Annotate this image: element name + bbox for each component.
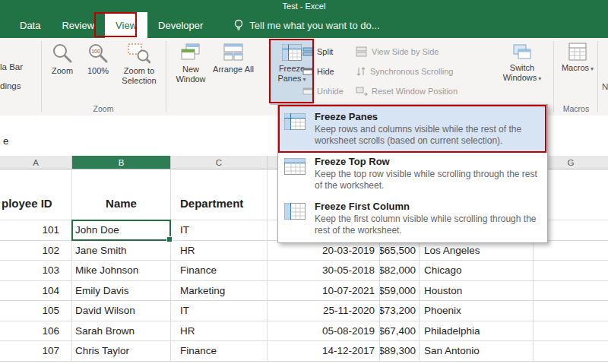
menu-item-text: Freeze First Column Keep the first colum… xyxy=(315,201,541,236)
cell[interactable] xyxy=(534,301,608,321)
side-by-side-icon xyxy=(356,46,368,57)
cell-id[interactable]: 106 xyxy=(0,321,72,342)
column-header-c[interactable]: C xyxy=(171,156,268,169)
lightbulb-icon xyxy=(233,19,244,31)
cell-dept[interactable]: Finance xyxy=(171,261,268,281)
cell-salary[interactable]: $59,000 xyxy=(380,281,420,302)
cell-dept[interactable]: HR xyxy=(171,321,268,342)
cell-salary[interactable]: $89,300 xyxy=(380,341,420,362)
group-separator xyxy=(41,41,42,112)
cell-date[interactable]: 05-08-2019 xyxy=(268,321,380,342)
cell-city[interactable]: Philadelphia xyxy=(420,321,534,342)
column-header-a[interactable]: A xyxy=(0,156,72,169)
cell-city[interactable]: Phoenix xyxy=(420,301,534,321)
cell-id[interactable]: 101 xyxy=(0,220,72,241)
cell-id[interactable]: 107 xyxy=(0,341,72,362)
cell-name[interactable]: David Wilson xyxy=(72,301,171,321)
cell-id[interactable]: 103 xyxy=(0,261,72,281)
cell[interactable] xyxy=(534,281,608,302)
cell-name[interactable]: Sarah Brown xyxy=(72,321,171,342)
freeze-first-column-menu-icon xyxy=(284,201,307,220)
cell-id[interactable]: 105 xyxy=(0,301,72,321)
switch-windows-icon xyxy=(511,42,534,62)
cell-name[interactable]: Mike Johnson xyxy=(72,261,171,281)
zoom-100-button[interactable]: 100 100% xyxy=(81,40,116,105)
hide-label: Hide xyxy=(317,67,334,76)
menu-item-freeze-first-column[interactable]: Freeze First Column Keep the first colum… xyxy=(278,196,547,241)
zoom-button[interactable]: Zoom xyxy=(44,40,81,105)
cell[interactable] xyxy=(534,321,608,342)
cell-employee-id-header[interactable]: ployee ID xyxy=(0,169,72,220)
freeze-panes-label: Freeze Panes xyxy=(277,64,305,83)
new-window-label: New Window xyxy=(170,65,211,84)
cell-city[interactable]: Los Angeles xyxy=(420,241,534,261)
cell-id[interactable]: 104 xyxy=(0,281,72,302)
cell-name[interactable]: Emily Davis xyxy=(72,281,171,302)
cell-date[interactable]: 20-03-2019 xyxy=(268,241,380,261)
tab-review[interactable]: Review xyxy=(51,12,105,38)
cell-salary[interactable]: $82,000 xyxy=(380,261,420,281)
reset-window-position-icon xyxy=(356,86,368,97)
switch-windows-button[interactable]: Switch Windows▾ xyxy=(500,40,544,105)
cell[interactable] xyxy=(534,241,608,261)
zoom-selection-icon xyxy=(128,42,150,65)
menu-item-description: Keep rows and columns visible while the … xyxy=(315,124,541,147)
menu-item-description: Keep the top row visible while scrolling… xyxy=(315,169,541,191)
group-separator xyxy=(166,41,166,112)
view-side-by-side-button[interactable]: View Side by Side xyxy=(356,43,439,60)
tab-view[interactable]: View xyxy=(105,12,147,38)
zoom-to-selection-button[interactable]: Zoom to Selection xyxy=(116,40,163,105)
menu-item-freeze-panes[interactable]: Freeze Panes Keep rows and columns visib… xyxy=(278,106,547,151)
new-window-icon xyxy=(179,42,202,63)
unhide-button[interactable]: Unhide xyxy=(302,83,344,100)
cell-id[interactable]: 102 xyxy=(0,241,72,261)
cell-date[interactable]: 10-07-2021 xyxy=(268,281,380,302)
cell-dept[interactable]: Marketing xyxy=(171,281,268,302)
split-button[interactable]: Split xyxy=(302,43,333,60)
macros-label: Macros xyxy=(562,63,589,72)
tab-data[interactable]: Data xyxy=(9,12,51,38)
cell-name[interactable]: Chris Taylor xyxy=(72,341,171,362)
arrange-all-button[interactable]: Arrange All xyxy=(213,40,254,105)
tell-me-box[interactable]: Tell me what you want to do... xyxy=(233,12,379,38)
cell-date[interactable]: 14-12-2017 xyxy=(268,341,380,362)
freeze-panes-menu: Freeze Panes Keep rows and columns visib… xyxy=(277,104,548,243)
cell-city[interactable]: San Antonio xyxy=(420,341,534,362)
cell-city[interactable]: Chicago xyxy=(420,261,534,281)
tab-developer[interactable]: Developer xyxy=(147,12,214,38)
synchronous-scrolling-button[interactable]: Synchronous Scrolling xyxy=(356,63,453,80)
macros-button[interactable]: Macros▾ xyxy=(559,40,596,105)
cell-name[interactable]: Jane Smith xyxy=(72,241,171,261)
cell-salary[interactable]: $65,500 xyxy=(380,241,420,261)
cell-name-selected[interactable]: John Doe xyxy=(72,220,171,241)
menu-item-text: Freeze Panes Keep rows and columns visib… xyxy=(315,111,541,147)
cell[interactable] xyxy=(534,261,608,281)
column-header-b[interactable]: B xyxy=(72,156,171,169)
excel-window: Test - Excel Data Review View Developer … xyxy=(0,0,608,364)
cell-department-header[interactable]: Department xyxy=(171,169,268,220)
cell-dept[interactable]: HR xyxy=(171,241,268,261)
cell-name-header[interactable]: Name xyxy=(72,169,171,220)
cell-salary[interactable]: $73,200 xyxy=(380,301,420,321)
reset-window-position-button[interactable]: Reset Window Position xyxy=(356,83,458,100)
hide-button[interactable]: Hide xyxy=(302,63,334,80)
magnifier-icon xyxy=(51,42,74,65)
ribbon-tab-bar: Data Review View Developer Tell me what … xyxy=(0,12,608,38)
split-label: Split xyxy=(317,47,333,56)
sheet-row: 104 Emily Davis Marketing 10-07-2021 $59… xyxy=(0,281,608,302)
cropped-button-fragment: N xyxy=(602,82,608,91)
cell[interactable] xyxy=(534,341,608,362)
cell-date[interactable]: 30-05-2018 xyxy=(268,261,380,281)
window-title: Test - Excel xyxy=(283,2,326,11)
new-window-button[interactable]: New Window xyxy=(170,40,211,105)
cell-city[interactable]: Houston xyxy=(420,281,534,302)
menu-item-title: Freeze First Column xyxy=(315,201,541,212)
fill-handle[interactable] xyxy=(166,236,173,242)
cell-dept[interactable]: IT xyxy=(171,301,268,321)
menu-item-freeze-top-row[interactable]: Freeze Top Row Keep the top row visible … xyxy=(278,151,547,196)
hide-icon xyxy=(302,66,313,77)
cell-date[interactable]: 25-11-2020 xyxy=(268,301,380,321)
cell-dept[interactable]: Finance xyxy=(171,341,268,362)
cell-salary[interactable]: $67,400 xyxy=(380,321,420,342)
cell-dept[interactable]: IT xyxy=(171,220,268,241)
